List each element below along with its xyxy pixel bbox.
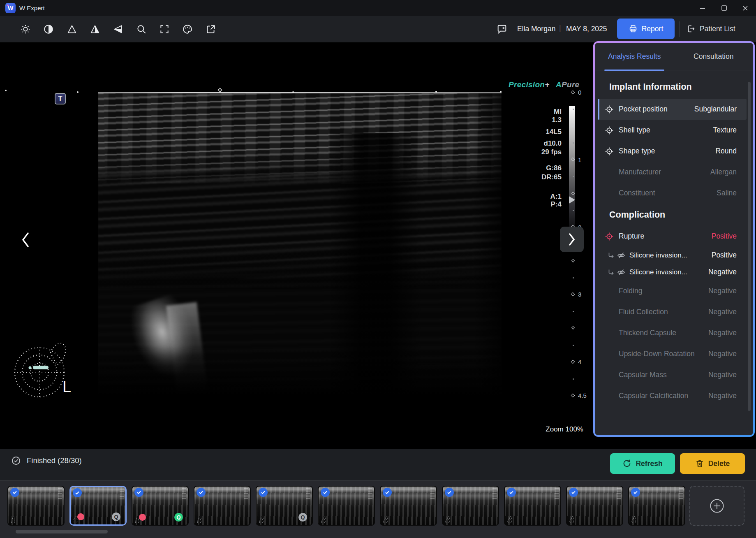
check-circle-icon — [11, 456, 21, 466]
thumbnail[interactable]: Q — [69, 486, 127, 526]
analysis-row[interactable]: Folding Negative — [598, 281, 747, 301]
target-icon — [605, 126, 614, 135]
analysis-row[interactable]: Constituent Saline — [598, 183, 747, 204]
check-icon — [199, 490, 203, 495]
analysis-row[interactable]: Rupture Positive — [598, 226, 747, 247]
panel-body: Implant Information Pocket position Subg… — [595, 71, 753, 435]
panel-tabbar: Analysis Results Consultation — [595, 43, 753, 70]
param-depth: d10.0 — [510, 139, 562, 148]
thumbnail[interactable]: Q — [380, 486, 437, 526]
row-label: Thickend Capsule — [619, 329, 676, 337]
toolbar-divider — [237, 16, 237, 42]
row-value: Negative — [708, 329, 737, 337]
thumbnail[interactable]: Q — [256, 486, 313, 526]
thumbnail[interactable]: Q — [442, 486, 499, 526]
filmstrip-scrollbar[interactable] — [16, 530, 108, 533]
analysis-row[interactable]: Fluid Collection Negative — [598, 301, 747, 322]
window-controls — [692, 0, 756, 16]
eye-off-icon — [617, 268, 625, 276]
analysis-row[interactable]: Shell type Texture — [598, 120, 747, 141]
tab-consultation[interactable]: Consultation — [674, 43, 754, 70]
analysis-row[interactable]: Silicone invasion... Positive — [598, 247, 747, 264]
thumbnail-check-badge — [197, 488, 206, 497]
thumbnail[interactable]: Q — [7, 486, 65, 526]
row-label: Pocket position — [619, 105, 668, 114]
flip-horizontal-button[interactable] — [86, 20, 104, 38]
consult-chat-icon[interactable] — [496, 23, 508, 35]
thumbnail[interactable]: Q — [132, 486, 189, 526]
ruler-tick-dot — [573, 345, 574, 346]
row-value: Texture — [713, 126, 737, 134]
add-image-button[interactable] — [689, 486, 744, 526]
thumbnail[interactable]: Q — [504, 486, 561, 526]
minimize-button[interactable] — [692, 0, 713, 16]
thumbnail[interactable]: Q — [194, 486, 251, 526]
toolbar: Ella Morgan | MAY 8, 2025 Report Patient… — [0, 16, 756, 42]
analysis-row[interactable]: Pocket position Subglandular — [598, 99, 747, 120]
app-window: W W Expert — [0, 0, 756, 538]
param-fps: 29 fps — [510, 148, 562, 156]
analysis-row[interactable]: Manufacturer Allergan — [598, 162, 747, 183]
thumbnail-red-dot-badge — [139, 514, 146, 521]
previous-image-button[interactable] — [16, 227, 35, 253]
patient-list-button[interactable]: Patient List — [683, 19, 739, 39]
maximize-button[interactable] — [713, 0, 735, 16]
contrast-button[interactable] — [39, 20, 58, 38]
filmstrip: Q Q Q — [0, 481, 756, 538]
tgc-triangle-button[interactable] — [63, 20, 81, 38]
check-icon — [261, 490, 266, 495]
ruler-label: 3 — [578, 291, 581, 298]
precision-plus-logo: Precision+ — [509, 80, 550, 89]
param-mi-label: MI — [510, 108, 562, 116]
ultrasound-image[interactable] — [98, 92, 502, 396]
report-button[interactable]: Report — [617, 19, 675, 39]
ruler-label: 4.5 — [578, 392, 587, 399]
thumbnail[interactable]: Q — [628, 486, 685, 526]
row-value: Saline — [717, 189, 737, 197]
thumbnail[interactable]: Q — [318, 486, 375, 526]
analysis-row[interactable]: Silicone invasion... Negative — [598, 264, 747, 281]
zoom-search-button[interactable] — [132, 20, 150, 38]
flip-horizontal-icon — [90, 24, 100, 35]
thumbnail-check-badge — [259, 488, 268, 497]
next-image-button[interactable] — [560, 227, 584, 252]
row-icon — [605, 232, 614, 241]
palette-icon — [182, 24, 193, 35]
thumbnail-check-badge — [10, 488, 19, 497]
printer-icon — [629, 24, 638, 33]
export-button[interactable] — [202, 20, 220, 38]
analysis-row[interactable]: Capsular Mass Negative — [598, 364, 747, 385]
row-label: Folding — [619, 287, 642, 295]
thumb-body-marker-icon — [631, 515, 637, 524]
orientation-flip-button[interactable] — [109, 20, 127, 38]
tab-analysis-results[interactable]: Analysis Results — [595, 43, 674, 70]
thumb-body-marker-icon — [569, 515, 575, 524]
ruler-mark — [571, 292, 575, 296]
check-icon — [633, 490, 638, 495]
analysis-row[interactable]: Shape type Round — [598, 141, 747, 162]
param-mi-value: 1.3 — [510, 116, 562, 124]
thumbnail-check-badge — [134, 488, 143, 497]
analysis-row[interactable]: Thickend Capsule Negative — [598, 322, 747, 343]
fullscreen-button[interactable] — [155, 20, 173, 38]
ruler-mark — [571, 259, 575, 262]
panel-scrollbar[interactable] — [748, 82, 751, 411]
analysis-row[interactable]: Upside-Down Roatation Negative — [598, 343, 747, 364]
exit-list-icon — [687, 24, 696, 33]
delete-label: Delete — [708, 459, 730, 468]
brightness-button[interactable] — [16, 20, 35, 38]
thumbnail-check-badge — [569, 488, 578, 497]
palette-button[interactable] — [178, 20, 197, 38]
thumbnail-check-badge — [321, 488, 330, 497]
analysis-row[interactable]: Capsular Calcification Negative — [598, 385, 747, 406]
check-icon — [571, 490, 576, 495]
refresh-button[interactable]: Refresh — [610, 453, 675, 474]
param-dynamic-range: DR:65 — [510, 173, 562, 181]
close-button[interactable] — [735, 0, 756, 16]
thumbnail[interactable]: Q — [566, 486, 623, 526]
chevron-left-icon — [20, 231, 31, 249]
focus-marker — [77, 91, 79, 93]
row-value: Round — [715, 147, 737, 155]
delete-button[interactable]: Delete — [680, 453, 745, 474]
ruler-tick-dot — [573, 311, 574, 312]
